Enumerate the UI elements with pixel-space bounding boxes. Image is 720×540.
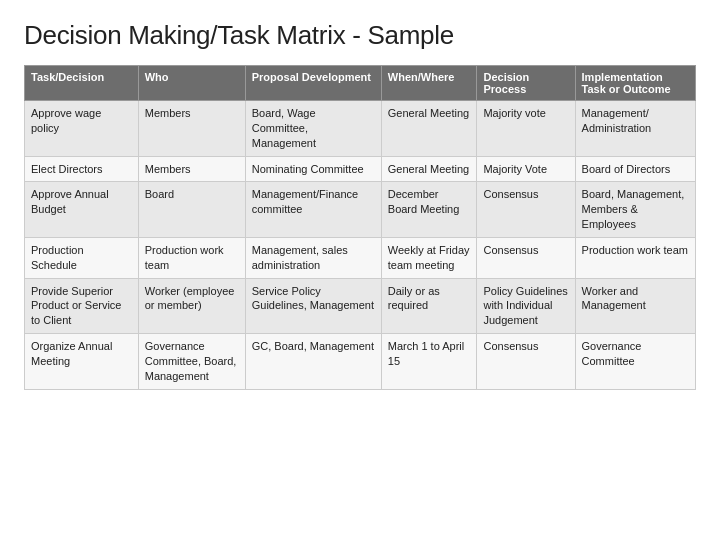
cell-who: Members xyxy=(138,156,245,182)
cell-when: Daily or as required xyxy=(381,278,477,334)
decision-matrix-table: Task/Decision Who Proposal Development W… xyxy=(24,65,696,390)
page: Decision Making/Task Matrix - Sample Tas… xyxy=(0,0,720,540)
table-row: Approve Annual BudgetBoardManagement/Fin… xyxy=(25,182,696,238)
col-header-when: When/Where xyxy=(381,66,477,101)
cell-decision: Consensus xyxy=(477,182,575,238)
col-header-who: Who xyxy=(138,66,245,101)
table-header-row: Task/Decision Who Proposal Development W… xyxy=(25,66,696,101)
cell-decision: Majority Vote xyxy=(477,156,575,182)
cell-who: Board xyxy=(138,182,245,238)
cell-who: Members xyxy=(138,101,245,157)
table-row: Elect DirectorsMembersNominating Committ… xyxy=(25,156,696,182)
cell-when: General Meeting xyxy=(381,101,477,157)
cell-when: General Meeting xyxy=(381,156,477,182)
cell-decision: Consensus xyxy=(477,237,575,278)
cell-task: Organize Annual Meeting xyxy=(25,334,139,390)
cell-proposal: Board, Wage Committee, Management xyxy=(245,101,381,157)
cell-task: Provide Superior Product or Service to C… xyxy=(25,278,139,334)
table-row: Approve wage policyMembersBoard, Wage Co… xyxy=(25,101,696,157)
cell-implementation: Management/ Administration xyxy=(575,101,695,157)
cell-who: Production work team xyxy=(138,237,245,278)
cell-when: December Board Meeting xyxy=(381,182,477,238)
cell-decision: Consensus xyxy=(477,334,575,390)
cell-when: March 1 to April 15 xyxy=(381,334,477,390)
table-row: Provide Superior Product or Service to C… xyxy=(25,278,696,334)
col-header-implementation: Implementation Task or Outcome xyxy=(575,66,695,101)
cell-decision: Majority vote xyxy=(477,101,575,157)
cell-task: Production Schedule xyxy=(25,237,139,278)
cell-who: Worker (employee or member) xyxy=(138,278,245,334)
cell-implementation: Production work team xyxy=(575,237,695,278)
cell-proposal: Nominating Committee xyxy=(245,156,381,182)
col-header-task: Task/Decision xyxy=(25,66,139,101)
col-header-decision: Decision Process xyxy=(477,66,575,101)
cell-task: Approve wage policy xyxy=(25,101,139,157)
cell-proposal: Management, sales administration xyxy=(245,237,381,278)
cell-task: Elect Directors xyxy=(25,156,139,182)
col-header-proposal: Proposal Development xyxy=(245,66,381,101)
page-title: Decision Making/Task Matrix - Sample xyxy=(24,20,696,51)
cell-implementation: Governance Committee xyxy=(575,334,695,390)
cell-implementation: Board of Directors xyxy=(575,156,695,182)
cell-proposal: Service Policy Guidelines, Management xyxy=(245,278,381,334)
cell-task: Approve Annual Budget xyxy=(25,182,139,238)
cell-proposal: Management/Finance committee xyxy=(245,182,381,238)
cell-who: Governance Committee, Board, Management xyxy=(138,334,245,390)
cell-decision: Policy Guidelines with Individual Judgem… xyxy=(477,278,575,334)
cell-when: Weekly at Friday team meeting xyxy=(381,237,477,278)
cell-implementation: Worker and Management xyxy=(575,278,695,334)
table-row: Organize Annual MeetingGovernance Commit… xyxy=(25,334,696,390)
cell-implementation: Board, Management, Members & Employees xyxy=(575,182,695,238)
table-row: Production ScheduleProduction work teamM… xyxy=(25,237,696,278)
cell-proposal: GC, Board, Management xyxy=(245,334,381,390)
